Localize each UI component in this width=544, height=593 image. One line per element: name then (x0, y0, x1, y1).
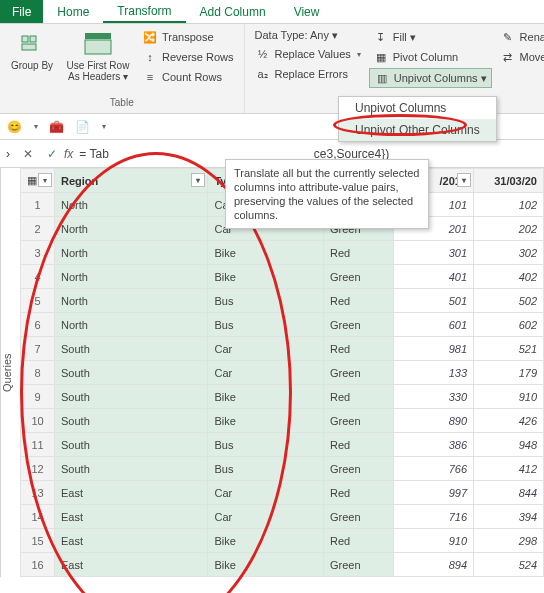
cell-region[interactable]: North (55, 217, 208, 241)
cell-v1[interactable]: 301 (394, 241, 474, 265)
cell-color[interactable]: Red (324, 481, 394, 505)
cell-color[interactable]: Green (324, 553, 394, 577)
unpivot-other-columns-item[interactable]: Unpivot Other Columns (339, 119, 496, 141)
cell-region[interactable]: South (55, 409, 208, 433)
queries-side-tab[interactable]: Queries (0, 168, 20, 577)
cell-type[interactable]: Bike (208, 529, 324, 553)
unpivot-button[interactable]: ▥Unpivot Columns ▾ (369, 68, 492, 88)
fill-button[interactable]: ↧Fill ▾ (369, 28, 492, 46)
cell-region[interactable]: East (55, 505, 208, 529)
cell-v1[interactable]: 981 (394, 337, 474, 361)
cell-region[interactable]: East (55, 553, 208, 577)
cancel-formula[interactable]: ✕ (16, 147, 40, 161)
cell-type[interactable]: Bike (208, 241, 324, 265)
cell-color[interactable]: Red (324, 529, 394, 553)
cell-type[interactable]: Bus (208, 313, 324, 337)
col-region[interactable]: Region▾ (55, 169, 208, 193)
table-menu-drop[interactable]: ▾ (38, 173, 52, 187)
expand-pane[interactable]: › (0, 147, 16, 161)
replace-errors-button[interactable]: a₂Replace Errors (251, 65, 365, 83)
cell-v1[interactable]: 330 (394, 385, 474, 409)
cell-v1[interactable]: 133 (394, 361, 474, 385)
cell-color[interactable]: Green (324, 505, 394, 529)
table-row[interactable]: 15EastBikeRed910298 (21, 529, 544, 553)
group-by-button[interactable]: Group By (6, 28, 58, 97)
tab-add-column[interactable]: Add Column (186, 0, 280, 23)
transpose-button[interactable]: 🔀Transpose (138, 28, 238, 46)
cell-v1[interactable]: 894 (394, 553, 474, 577)
cell-type[interactable]: Bus (208, 457, 324, 481)
cell-v2[interactable]: 502 (474, 289, 544, 313)
cell-v2[interactable]: 844 (474, 481, 544, 505)
rename-button[interactable]: ✎Rename (496, 28, 544, 46)
cell-region[interactable]: South (55, 385, 208, 409)
cell-region[interactable]: North (55, 265, 208, 289)
col-date1-filter[interactable]: ▾ (457, 173, 471, 187)
table-icon-cell[interactable]: ▦▾ (21, 169, 55, 193)
cell-color[interactable]: Green (324, 457, 394, 481)
cell-type[interactable]: Bike (208, 265, 324, 289)
count-rows-button[interactable]: ≡Count Rows (138, 68, 238, 86)
cell-region[interactable]: South (55, 457, 208, 481)
cell-v1[interactable]: 401 (394, 265, 474, 289)
cell-region[interactable]: North (55, 241, 208, 265)
cell-region[interactable]: South (55, 337, 208, 361)
cell-region[interactable]: South (55, 361, 208, 385)
cell-type[interactable]: Bike (208, 553, 324, 577)
cell-region[interactable]: North (55, 289, 208, 313)
table-row[interactable]: 9SouthBikeRed330910 (21, 385, 544, 409)
cell-v2[interactable]: 102 (474, 193, 544, 217)
replace-values-button[interactable]: ½Replace Values▾ (251, 45, 365, 63)
table-row[interactable]: 8SouthCarGreen133179 (21, 361, 544, 385)
cell-v2[interactable]: 412 (474, 457, 544, 481)
cell-v1[interactable]: 601 (394, 313, 474, 337)
table-row[interactable]: 13EastCarRed997844 (21, 481, 544, 505)
cell-color[interactable]: Green (324, 265, 394, 289)
file-tab[interactable]: File (0, 0, 43, 23)
table-row[interactable]: 3NorthBikeRed301302 (21, 241, 544, 265)
confirm-formula[interactable]: ✓ (40, 147, 64, 161)
cell-type[interactable]: Car (208, 337, 324, 361)
col-region-filter[interactable]: ▾ (191, 173, 205, 187)
cell-type[interactable]: Bus (208, 433, 324, 457)
cell-v2[interactable]: 602 (474, 313, 544, 337)
cell-region[interactable]: South (55, 433, 208, 457)
data-type-button[interactable]: Data Type: Any ▾ (251, 28, 365, 43)
cell-type[interactable]: Car (208, 361, 324, 385)
table-row[interactable]: 11SouthBusRed386948 (21, 433, 544, 457)
smile-icon[interactable]: 😊 (6, 119, 22, 135)
cell-type[interactable]: Bike (208, 409, 324, 433)
cell-v1[interactable]: 997 (394, 481, 474, 505)
cell-color[interactable]: Green (324, 409, 394, 433)
cell-v2[interactable]: 298 (474, 529, 544, 553)
table-row[interactable]: 7SouthCarRed981521 (21, 337, 544, 361)
cell-v1[interactable]: 910 (394, 529, 474, 553)
cell-v2[interactable]: 402 (474, 265, 544, 289)
cell-v2[interactable]: 426 (474, 409, 544, 433)
cell-region[interactable]: East (55, 529, 208, 553)
cell-color[interactable]: Red (324, 337, 394, 361)
table-row[interactable]: 10SouthBikeGreen890426 (21, 409, 544, 433)
unpivot-columns-item[interactable]: Unpivot Columns (339, 97, 496, 119)
cell-color[interactable]: Green (324, 313, 394, 337)
table-row[interactable]: 14EastCarGreen716394 (21, 505, 544, 529)
table-row[interactable]: 16EastBikeGreen894524 (21, 553, 544, 577)
cell-color[interactable]: Red (324, 241, 394, 265)
cell-v2[interactable]: 179 (474, 361, 544, 385)
cell-region[interactable]: North (55, 193, 208, 217)
table-row[interactable]: 5NorthBusRed501502 (21, 289, 544, 313)
cell-region[interactable]: East (55, 481, 208, 505)
cell-v2[interactable]: 202 (474, 217, 544, 241)
col-date2[interactable]: 31/03/20 (474, 169, 544, 193)
cell-v2[interactable]: 524 (474, 553, 544, 577)
cell-v1[interactable]: 716 (394, 505, 474, 529)
cell-color[interactable]: Green (324, 361, 394, 385)
table-row[interactable]: 4NorthBikeGreen401402 (21, 265, 544, 289)
cell-v2[interactable]: 521 (474, 337, 544, 361)
cell-color[interactable]: Red (324, 289, 394, 313)
tab-home[interactable]: Home (43, 0, 103, 23)
table-row[interactable]: 12SouthBusGreen766412 (21, 457, 544, 481)
cell-v1[interactable]: 890 (394, 409, 474, 433)
tab-transform[interactable]: Transform (103, 0, 185, 23)
doc-icon[interactable]: 📄 (74, 119, 90, 135)
